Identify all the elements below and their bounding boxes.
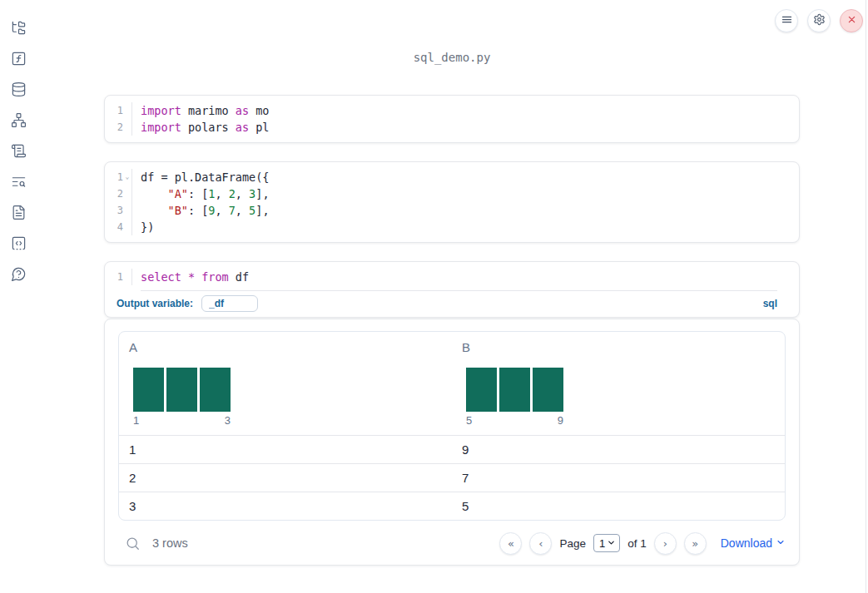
code-text: select * from df (132, 269, 249, 285)
page-of-label: of 1 (627, 537, 647, 550)
text-search-icon (11, 174, 27, 190)
column-name: A (129, 340, 442, 355)
histogram-bar (466, 368, 497, 412)
line-number: 1 (117, 169, 123, 185)
line-number: 2 (117, 185, 123, 202)
sidebar-item-snippets[interactable] (11, 235, 27, 251)
sidebar-item-scratchpad[interactable] (11, 143, 27, 159)
download-button[interactable]: Download (721, 536, 786, 550)
code-text: "A": [1, 2, 3], (132, 185, 270, 202)
line-number: 1 (117, 102, 123, 119)
line-gutter: 1 (105, 269, 132, 285)
download-label: Download (721, 536, 772, 550)
code-line: 1⌄df = pl.DataFrame({ (105, 169, 799, 185)
code-line: 2import polars as pl (105, 119, 799, 136)
code-cell-1: 1import marimo as mo2import polars as pl (104, 95, 800, 143)
notebook: sql_demo.py 1import marimo as mo2import … (104, 0, 800, 566)
histogram-min-label: 5 (466, 413, 472, 428)
histogram-axis-labels: 13 (133, 413, 231, 428)
code-line: 1import marimo as mo (105, 102, 799, 119)
window-right-edge (866, 0, 866, 593)
column-histogram (133, 368, 231, 412)
previous-page-button[interactable]: ‹ (529, 532, 552, 555)
table-search-button[interactable] (125, 536, 141, 551)
page-select[interactable]: 1 (593, 534, 620, 552)
row-count: 3 rows (152, 536, 188, 550)
histogram-bar (499, 368, 530, 412)
file-text-icon (11, 205, 27, 220)
output-variable-input[interactable] (201, 295, 258, 312)
line-gutter: 2 (105, 119, 132, 136)
table-cell: 7 (452, 464, 785, 492)
code-square-icon (11, 235, 27, 251)
table-row: 35 (119, 492, 785, 520)
code-text: "B": [9, 7, 5], (132, 202, 270, 219)
fold-chevron-icon[interactable]: ⌄ (123, 173, 131, 181)
code-line: 1select * from df (105, 269, 799, 285)
line-number: 3 (117, 202, 123, 219)
histogram-max-label: 3 (225, 413, 231, 428)
sidebar (0, 0, 37, 593)
table-footer: 3 rows « ‹ Page 1 of 1 › » Download (118, 529, 786, 557)
line-number: 4 (117, 219, 123, 235)
shutdown-button[interactable] (840, 9, 863, 32)
code-text: import marimo as mo (132, 102, 269, 119)
line-gutter: 1⌄ (105, 169, 132, 185)
histogram-axis-labels: 59 (466, 413, 563, 428)
sidebar-item-logs[interactable] (11, 174, 27, 190)
table-cell: 1 (119, 436, 452, 463)
column-header-A[interactable]: A13 (119, 332, 452, 435)
column-name: B (462, 340, 775, 355)
close-icon (846, 13, 858, 29)
page-label: Page (559, 537, 586, 550)
next-page-button[interactable]: › (654, 532, 677, 555)
table-cell: 2 (119, 464, 452, 492)
output-variable-label: Output variable: (117, 298, 193, 309)
code-editor[interactable]: 1select * from df (105, 262, 799, 287)
sql-cell: 1select * from dfOutput variable:sql (104, 261, 800, 318)
dataframe-output-panel: A13B59 192735 3 rows « ‹ Page 1 o (104, 319, 800, 566)
last-page-button[interactable]: » (684, 532, 707, 555)
histogram-bar (200, 368, 231, 412)
sidebar-item-datasources[interactable] (11, 82, 27, 97)
code-editor[interactable]: 1import marimo as mo2import polars as pl (105, 96, 799, 142)
line-gutter: 2 (105, 185, 132, 202)
page-select-value: 1 (599, 537, 605, 550)
database-icon (11, 82, 27, 97)
histogram-bar (533, 368, 563, 412)
gear-icon (813, 13, 826, 29)
table-cell: 9 (452, 436, 785, 463)
network-icon (11, 112, 27, 128)
table-cell: 5 (452, 492, 785, 520)
square-function-icon (11, 51, 27, 67)
topbar (775, 9, 863, 32)
table-row: 19 (119, 435, 785, 463)
sidebar-item-file-explorer[interactable] (11, 20, 27, 36)
histogram-max-label: 9 (558, 413, 563, 428)
sidebar-item-dependencies[interactable] (11, 112, 27, 128)
sql-cell-footer: Output variable:sql (105, 291, 799, 317)
scroll-text-icon (11, 143, 27, 159)
code-editor[interactable]: 1⌄df = pl.DataFrame({2 "A": [1, 2, 3],3 … (105, 162, 799, 242)
notebook-menu-button[interactable] (775, 9, 798, 32)
pagination: « ‹ Page 1 of 1 › » Download (499, 532, 786, 555)
first-page-button[interactable]: « (499, 532, 522, 555)
histogram-min-label: 1 (133, 413, 139, 428)
code-line: 2 "A": [1, 2, 3], (105, 185, 799, 202)
folder-tree-icon (11, 20, 27, 36)
table-row: 27 (119, 463, 785, 492)
sidebar-item-documentation[interactable] (11, 205, 27, 220)
sidebar-item-variables[interactable] (11, 51, 27, 67)
message-question-icon (11, 266, 27, 282)
column-histogram (466, 368, 563, 412)
line-number: 2 (117, 119, 123, 136)
code-line: 3 "B": [9, 7, 5], (105, 202, 799, 219)
chevron-down-icon (776, 536, 786, 550)
notebook-filename[interactable]: sql_demo.py (104, 0, 800, 95)
column-header-B[interactable]: B59 (452, 332, 785, 435)
code-text: df = pl.DataFrame({ (132, 169, 269, 185)
sidebar-item-help[interactable] (11, 266, 27, 282)
code-line: 4}) (105, 219, 799, 235)
code-text: import polars as pl (132, 119, 269, 136)
settings-button[interactable] (807, 9, 831, 32)
